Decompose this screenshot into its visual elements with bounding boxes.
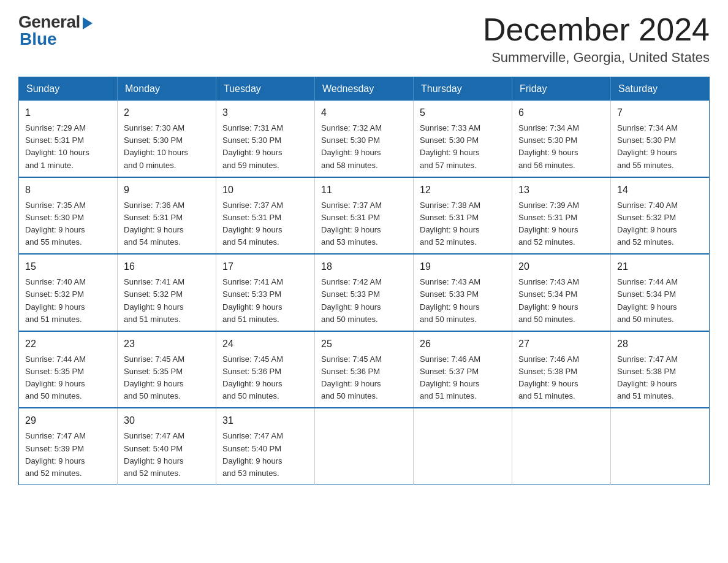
calendar-cell: 18Sunrise: 7:42 AM Sunset: 5:33 PM Dayli… bbox=[315, 254, 414, 331]
calendar-cell: 13Sunrise: 7:39 AM Sunset: 5:31 PM Dayli… bbox=[512, 177, 611, 255]
calendar-cell bbox=[315, 408, 414, 484]
day-number: 1 bbox=[25, 105, 111, 120]
calendar-cell: 5Sunrise: 7:33 AM Sunset: 5:30 PM Daylig… bbox=[414, 101, 512, 177]
day-number: 13 bbox=[518, 183, 604, 197]
day-number: 25 bbox=[321, 337, 407, 351]
calendar-week-row: 22Sunrise: 7:44 AM Sunset: 5:35 PM Dayli… bbox=[19, 331, 710, 408]
day-number: 12 bbox=[420, 183, 506, 197]
calendar-cell: 11Sunrise: 7:37 AM Sunset: 5:31 PM Dayli… bbox=[315, 177, 414, 255]
day-number: 27 bbox=[518, 337, 604, 351]
calendar-cell: 23Sunrise: 7:45 AM Sunset: 5:35 PM Dayli… bbox=[118, 331, 216, 408]
day-number: 7 bbox=[617, 105, 703, 120]
day-number: 6 bbox=[518, 105, 604, 120]
calendar-cell: 3Sunrise: 7:31 AM Sunset: 5:30 PM Daylig… bbox=[216, 101, 315, 177]
column-header-sunday: Sunday bbox=[19, 77, 118, 101]
day-number: 4 bbox=[321, 105, 407, 120]
logo-blue-text: Blue bbox=[20, 29, 57, 49]
day-number: 15 bbox=[25, 259, 111, 274]
day-info: Sunrise: 7:35 AM Sunset: 5:30 PM Dayligh… bbox=[25, 199, 111, 249]
day-info: Sunrise: 7:39 AM Sunset: 5:31 PM Dayligh… bbox=[518, 199, 604, 249]
calendar-cell: 24Sunrise: 7:45 AM Sunset: 5:36 PM Dayli… bbox=[216, 331, 315, 408]
calendar-cell: 12Sunrise: 7:38 AM Sunset: 5:31 PM Dayli… bbox=[414, 177, 512, 255]
calendar-cell bbox=[611, 408, 710, 484]
day-number: 30 bbox=[124, 413, 210, 428]
calendar-cell: 10Sunrise: 7:37 AM Sunset: 5:31 PM Dayli… bbox=[216, 177, 315, 255]
calendar-cell bbox=[512, 408, 611, 484]
day-info: Sunrise: 7:40 AM Sunset: 5:32 PM Dayligh… bbox=[617, 199, 703, 249]
column-header-tuesday: Tuesday bbox=[216, 77, 315, 101]
column-header-monday: Monday bbox=[118, 77, 216, 101]
calendar-week-row: 1Sunrise: 7:29 AM Sunset: 5:31 PM Daylig… bbox=[19, 101, 710, 177]
day-info: Sunrise: 7:47 AM Sunset: 5:38 PM Dayligh… bbox=[617, 353, 703, 403]
day-number: 29 bbox=[25, 413, 111, 428]
column-header-saturday: Saturday bbox=[611, 77, 710, 101]
day-number: 9 bbox=[124, 183, 210, 197]
day-info: Sunrise: 7:41 AM Sunset: 5:33 PM Dayligh… bbox=[222, 276, 308, 326]
title-block: December 2024 Summerville, Georgia, Unit… bbox=[483, 12, 710, 66]
day-info: Sunrise: 7:32 AM Sunset: 5:30 PM Dayligh… bbox=[321, 122, 407, 172]
day-info: Sunrise: 7:41 AM Sunset: 5:32 PM Dayligh… bbox=[124, 276, 210, 326]
calendar-cell: 6Sunrise: 7:34 AM Sunset: 5:30 PM Daylig… bbox=[512, 101, 611, 177]
day-number: 11 bbox=[321, 183, 407, 197]
calendar-week-row: 8Sunrise: 7:35 AM Sunset: 5:30 PM Daylig… bbox=[19, 177, 710, 255]
calendar-cell: 1Sunrise: 7:29 AM Sunset: 5:31 PM Daylig… bbox=[19, 101, 118, 177]
calendar-table: SundayMondayTuesdayWednesdayThursdayFrid… bbox=[18, 77, 710, 485]
calendar-header-row: SundayMondayTuesdayWednesdayThursdayFrid… bbox=[19, 77, 710, 101]
day-info: Sunrise: 7:47 AM Sunset: 5:39 PM Dayligh… bbox=[25, 430, 111, 480]
month-title: December 2024 bbox=[483, 12, 710, 47]
day-info: Sunrise: 7:46 AM Sunset: 5:38 PM Dayligh… bbox=[518, 353, 604, 403]
calendar-cell bbox=[414, 408, 512, 484]
calendar-cell: 21Sunrise: 7:44 AM Sunset: 5:34 PM Dayli… bbox=[611, 254, 710, 331]
calendar-cell: 14Sunrise: 7:40 AM Sunset: 5:32 PM Dayli… bbox=[611, 177, 710, 255]
day-info: Sunrise: 7:40 AM Sunset: 5:32 PM Dayligh… bbox=[25, 276, 111, 326]
day-info: Sunrise: 7:43 AM Sunset: 5:34 PM Dayligh… bbox=[518, 276, 604, 326]
day-info: Sunrise: 7:31 AM Sunset: 5:30 PM Dayligh… bbox=[222, 122, 308, 172]
day-info: Sunrise: 7:34 AM Sunset: 5:30 PM Dayligh… bbox=[617, 122, 703, 172]
calendar-cell: 8Sunrise: 7:35 AM Sunset: 5:30 PM Daylig… bbox=[19, 177, 118, 255]
calendar-cell: 26Sunrise: 7:46 AM Sunset: 5:37 PM Dayli… bbox=[414, 331, 512, 408]
day-info: Sunrise: 7:44 AM Sunset: 5:34 PM Dayligh… bbox=[617, 276, 703, 326]
location-title: Summerville, Georgia, United States bbox=[483, 50, 710, 66]
calendar-cell: 9Sunrise: 7:36 AM Sunset: 5:31 PM Daylig… bbox=[118, 177, 216, 255]
day-info: Sunrise: 7:29 AM Sunset: 5:31 PM Dayligh… bbox=[25, 122, 111, 172]
column-header-thursday: Thursday bbox=[414, 77, 512, 101]
day-number: 31 bbox=[222, 413, 308, 428]
day-number: 17 bbox=[222, 259, 308, 274]
day-info: Sunrise: 7:47 AM Sunset: 5:40 PM Dayligh… bbox=[124, 430, 210, 480]
page-header: General Blue December 2024 Summerville, … bbox=[18, 12, 710, 66]
day-info: Sunrise: 7:45 AM Sunset: 5:35 PM Dayligh… bbox=[124, 353, 210, 403]
calendar-cell: 2Sunrise: 7:30 AM Sunset: 5:30 PM Daylig… bbox=[118, 101, 216, 177]
day-number: 14 bbox=[617, 183, 703, 197]
day-number: 23 bbox=[124, 337, 210, 351]
day-info: Sunrise: 7:46 AM Sunset: 5:37 PM Dayligh… bbox=[420, 353, 506, 403]
day-info: Sunrise: 7:47 AM Sunset: 5:40 PM Dayligh… bbox=[222, 430, 308, 480]
day-number: 22 bbox=[25, 337, 111, 351]
day-number: 21 bbox=[617, 259, 703, 274]
calendar-cell: 28Sunrise: 7:47 AM Sunset: 5:38 PM Dayli… bbox=[611, 331, 710, 408]
calendar-week-row: 15Sunrise: 7:40 AM Sunset: 5:32 PM Dayli… bbox=[19, 254, 710, 331]
day-info: Sunrise: 7:37 AM Sunset: 5:31 PM Dayligh… bbox=[222, 199, 308, 249]
day-info: Sunrise: 7:33 AM Sunset: 5:30 PM Dayligh… bbox=[420, 122, 506, 172]
calendar-week-row: 29Sunrise: 7:47 AM Sunset: 5:39 PM Dayli… bbox=[19, 408, 710, 484]
day-info: Sunrise: 7:30 AM Sunset: 5:30 PM Dayligh… bbox=[124, 122, 210, 172]
calendar-cell: 27Sunrise: 7:46 AM Sunset: 5:38 PM Dayli… bbox=[512, 331, 611, 408]
day-info: Sunrise: 7:42 AM Sunset: 5:33 PM Dayligh… bbox=[321, 276, 407, 326]
column-header-friday: Friday bbox=[512, 77, 611, 101]
calendar-cell: 30Sunrise: 7:47 AM Sunset: 5:40 PM Dayli… bbox=[118, 408, 216, 484]
calendar-cell: 31Sunrise: 7:47 AM Sunset: 5:40 PM Dayli… bbox=[216, 408, 315, 484]
day-number: 2 bbox=[124, 105, 210, 120]
day-number: 28 bbox=[617, 337, 703, 351]
day-info: Sunrise: 7:45 AM Sunset: 5:36 PM Dayligh… bbox=[222, 353, 308, 403]
column-header-wednesday: Wednesday bbox=[315, 77, 414, 101]
day-number: 19 bbox=[420, 259, 506, 274]
day-number: 10 bbox=[222, 183, 308, 197]
logo: General Blue bbox=[18, 12, 93, 49]
calendar-cell: 4Sunrise: 7:32 AM Sunset: 5:30 PM Daylig… bbox=[315, 101, 414, 177]
calendar-cell: 17Sunrise: 7:41 AM Sunset: 5:33 PM Dayli… bbox=[216, 254, 315, 331]
day-number: 26 bbox=[420, 337, 506, 351]
calendar-cell: 25Sunrise: 7:45 AM Sunset: 5:36 PM Dayli… bbox=[315, 331, 414, 408]
day-info: Sunrise: 7:38 AM Sunset: 5:31 PM Dayligh… bbox=[420, 199, 506, 249]
day-number: 3 bbox=[222, 105, 308, 120]
day-info: Sunrise: 7:36 AM Sunset: 5:31 PM Dayligh… bbox=[124, 199, 210, 249]
day-info: Sunrise: 7:37 AM Sunset: 5:31 PM Dayligh… bbox=[321, 199, 407, 249]
